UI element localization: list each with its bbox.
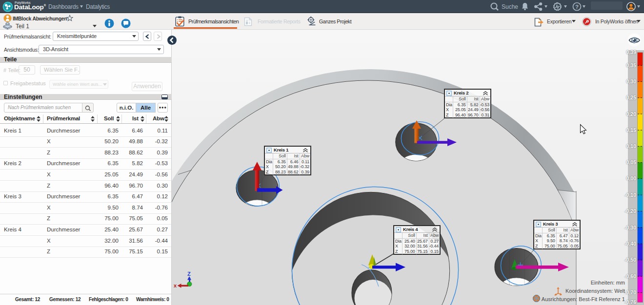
svg-text:0,20: 0,20 [626, 111, 637, 117]
svg-text:0,05: 0,05 [626, 159, 637, 165]
svg-text:0,30: 0,30 [626, 78, 637, 84]
svg-text:-0,30: -0,30 [624, 225, 636, 230]
svg-text:Z: Z [187, 271, 191, 277]
svg-text:Ausrichtungen: Best-Fit Refere: Ausrichtungen: Best-Fit Referenz 1 [542, 296, 625, 302]
svg-text:-0,50: -0,50 [624, 257, 636, 263]
svg-text:Koordinatensystem: Welt: Koordinatensystem: Welt [565, 288, 625, 294]
svg-text:0,15: 0,15 [626, 127, 637, 133]
svg-text:Einheiten: mm: Einheiten: mm [591, 280, 625, 286]
svg-text:-0,70: -0,70 [624, 289, 636, 295]
svg-text:-0,76: -0,76 [624, 299, 636, 305]
svg-text:-0,20: -0,20 [624, 208, 636, 214]
svg-text:x: x [174, 283, 177, 288]
svg-text:-0,60: -0,60 [624, 273, 636, 279]
svg-text:0,25: 0,25 [626, 95, 637, 100]
svg-text:?: ? [575, 4, 579, 10]
svg-text:-0,40: -0,40 [624, 241, 636, 247]
svg-text:0,00: 0,00 [626, 175, 637, 181]
svg-text:0,39: 0,39 [626, 49, 637, 55]
svg-text:0,35: 0,35 [626, 62, 637, 68]
svg-text:0,10: 0,10 [626, 143, 637, 149]
svg-text:-0,10: -0,10 [624, 192, 636, 198]
